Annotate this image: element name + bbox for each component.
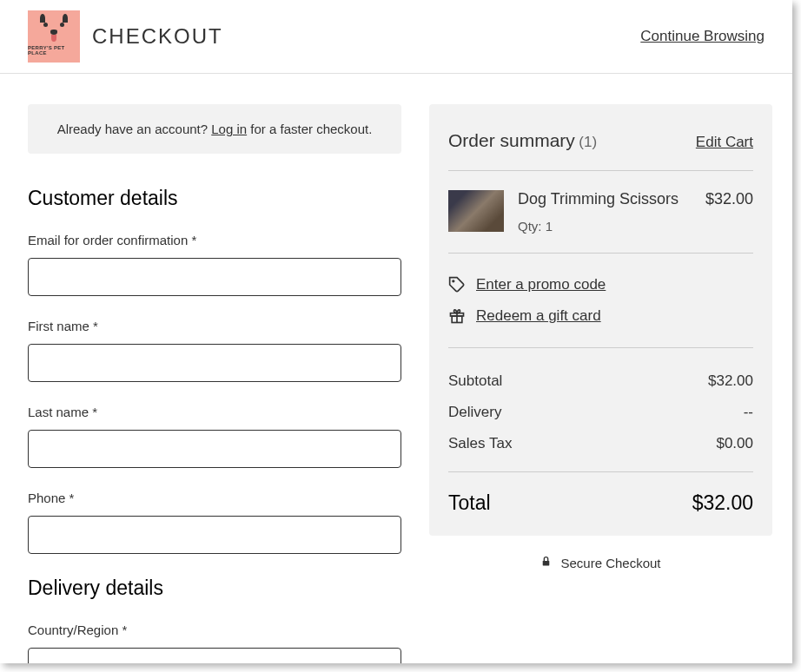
delivery-details-title: Delivery details bbox=[28, 576, 401, 600]
order-summary-title: Order summary bbox=[448, 130, 575, 150]
cart-item: Dog Trimming Scissors Qty: 1 $32.00 bbox=[448, 171, 753, 254]
page-title: CHECKOUT bbox=[92, 24, 223, 49]
login-banner: Already have an account? Log in for a fa… bbox=[28, 104, 401, 154]
secure-checkout-text: Secure Checkout bbox=[560, 556, 660, 570]
email-field[interactable] bbox=[28, 258, 401, 296]
subtotal-label: Subtotal bbox=[448, 372, 502, 390]
brand-logo[interactable]: PERRY'S PET PLACE bbox=[28, 10, 80, 63]
delivery-label: Delivery bbox=[448, 404, 501, 421]
phone-field[interactable] bbox=[28, 516, 401, 554]
login-prefix: Already have an account? bbox=[57, 122, 212, 136]
product-name: Dog Trimming Scissors bbox=[518, 190, 692, 208]
email-label: Email for order confirmation * bbox=[28, 233, 401, 247]
svg-point-0 bbox=[453, 280, 454, 282]
first-name-label: First name * bbox=[28, 319, 401, 333]
tax-value: $0.00 bbox=[716, 435, 753, 452]
product-image bbox=[448, 190, 504, 232]
product-qty: Qty: 1 bbox=[518, 219, 692, 234]
svg-rect-4 bbox=[543, 561, 550, 565]
total-label: Total bbox=[448, 491, 491, 515]
tag-icon bbox=[448, 276, 466, 293]
subtotal-value: $32.00 bbox=[708, 372, 753, 390]
promo-code-link[interactable]: Enter a promo code bbox=[476, 276, 606, 293]
lock-icon bbox=[540, 555, 552, 570]
last-name-field[interactable] bbox=[28, 430, 401, 468]
order-summary-panel: Order summary (1) Edit Cart Dog Trimming… bbox=[429, 104, 772, 536]
phone-label: Phone * bbox=[28, 491, 401, 505]
login-link[interactable]: Log in bbox=[211, 122, 247, 136]
first-name-field[interactable] bbox=[28, 344, 401, 382]
order-summary-count: (1) bbox=[579, 134, 597, 150]
logo-text: PERRY'S PET PLACE bbox=[28, 45, 80, 56]
secure-checkout-badge: Secure Checkout bbox=[429, 536, 772, 590]
country-label: Country/Region * bbox=[28, 623, 401, 637]
tax-label: Sales Tax bbox=[448, 435, 512, 452]
delivery-value: -- bbox=[744, 404, 753, 421]
gift-card-link[interactable]: Redeem a gift card bbox=[476, 307, 601, 325]
login-suffix: for a faster checkout. bbox=[247, 122, 372, 136]
header-left: PERRY'S PET PLACE CHECKOUT bbox=[28, 10, 223, 63]
gift-icon bbox=[448, 307, 466, 325]
last-name-label: Last name * bbox=[28, 405, 401, 419]
total-value: $32.00 bbox=[692, 491, 753, 515]
edit-cart-link[interactable]: Edit Cart bbox=[696, 134, 753, 151]
customer-details-title: Customer details bbox=[28, 187, 401, 210]
checkout-header: PERRY'S PET PLACE CHECKOUT Continue Brow… bbox=[0, 0, 792, 74]
country-field[interactable] bbox=[28, 648, 401, 663]
continue-browsing-link[interactable]: Continue Browsing bbox=[640, 28, 765, 45]
product-price: $32.00 bbox=[705, 190, 753, 234]
